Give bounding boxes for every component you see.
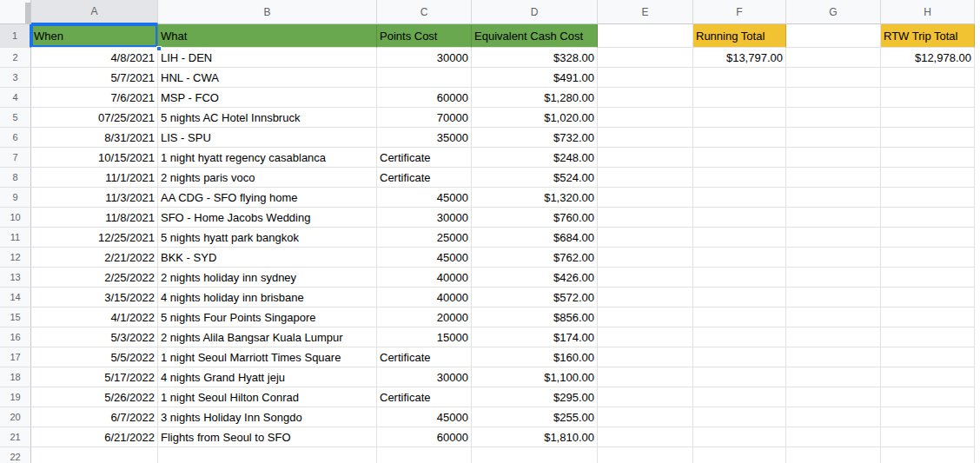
row-header-15[interactable]: 15 (0, 308, 31, 327)
column-header-G[interactable]: G (786, 0, 881, 24)
cell-B5[interactable]: 5 nights AC Hotel Innsbruck (158, 108, 377, 128)
cell-B17[interactable]: 1 night Seoul Marriott Times Square (158, 347, 377, 367)
row-header-22[interactable]: 22 (0, 447, 31, 463)
cell-A11[interactable]: 12/25/2021 (31, 228, 158, 248)
cell-G15[interactable] (786, 308, 881, 327)
cell-H15[interactable] (881, 308, 975, 327)
cell-H9[interactable] (881, 188, 975, 208)
cell-E17[interactable] (598, 347, 693, 367)
cell-A20[interactable]: 6/7/2022 (31, 407, 158, 427)
cell-G12[interactable] (786, 248, 881, 268)
cell-F1[interactable]: Running Total (693, 24, 786, 48)
cell-B8[interactable]: 2 nights paris voco (158, 168, 377, 188)
cell-H10[interactable] (881, 208, 975, 228)
cell-D21[interactable]: $1,810.00 (472, 427, 598, 447)
cell-A7[interactable]: 10/15/2021 (31, 148, 158, 168)
cell-B6[interactable]: LIS - SPU (158, 128, 377, 148)
cell-E4[interactable] (598, 88, 693, 108)
cell-C13[interactable]: 40000 (377, 268, 472, 288)
cell-C16[interactable]: 15000 (377, 327, 472, 347)
cell-E13[interactable] (598, 268, 693, 288)
cell-G20[interactable] (786, 407, 881, 427)
cell-G13[interactable] (786, 268, 881, 288)
cell-H13[interactable] (881, 268, 975, 288)
cell-G9[interactable] (786, 188, 881, 208)
row-header-9[interactable]: 9 (0, 188, 31, 208)
cell-H19[interactable] (881, 387, 975, 407)
cell-F21[interactable] (693, 427, 786, 447)
cell-G2[interactable] (786, 48, 881, 68)
row-header-21[interactable]: 21 (0, 427, 31, 447)
row-header-1[interactable]: 1 (0, 24, 31, 48)
cell-H20[interactable] (881, 407, 975, 427)
row-header-11[interactable]: 11 (0, 228, 31, 248)
cell-H22[interactable] (881, 447, 975, 463)
column-header-H[interactable]: H (881, 0, 975, 24)
select-all-corner[interactable] (0, 0, 31, 24)
cell-D1[interactable]: Equivalent Cash Cost (472, 24, 598, 48)
cell-B2[interactable]: LIH - DEN (158, 48, 377, 68)
cell-C21[interactable]: 60000 (377, 427, 472, 447)
cell-H5[interactable] (881, 108, 975, 128)
cell-C8[interactable]: Certificate (377, 168, 472, 188)
fill-handle[interactable] (156, 46, 162, 51)
cell-F11[interactable] (693, 228, 786, 248)
cell-C7[interactable]: Certificate (377, 148, 472, 168)
row-header-13[interactable]: 13 (0, 268, 31, 288)
row-header-18[interactable]: 18 (0, 367, 31, 387)
cell-F3[interactable] (693, 68, 786, 88)
cell-C3[interactable] (377, 68, 472, 88)
cell-B16[interactable]: 2 nights Alila Bangsar Kuala Lumpur (158, 327, 377, 347)
column-header-C[interactable]: C (377, 0, 472, 24)
cell-D2[interactable]: $328.00 (472, 48, 598, 68)
row-header-8[interactable]: 8 (0, 168, 31, 188)
cell-E2[interactable] (598, 48, 693, 68)
cell-B21[interactable]: Flights from Seoul to SFO (158, 427, 377, 447)
cell-G6[interactable] (786, 128, 881, 148)
cell-D8[interactable]: $524.00 (472, 168, 598, 188)
cell-E21[interactable] (598, 427, 693, 447)
row-header-10[interactable]: 10 (0, 208, 31, 228)
cell-D19[interactable]: $295.00 (472, 387, 598, 407)
cell-F8[interactable] (693, 168, 786, 188)
cell-G4[interactable] (786, 88, 881, 108)
cell-E6[interactable] (598, 128, 693, 148)
cell-B1[interactable]: What (158, 24, 377, 48)
cell-G10[interactable] (786, 208, 881, 228)
cell-D3[interactable]: $491.00 (472, 68, 598, 88)
cell-G16[interactable] (786, 327, 881, 347)
cell-B4[interactable]: MSP - FCO (158, 88, 377, 108)
cell-D5[interactable]: $1,020.00 (472, 108, 598, 128)
cell-C5[interactable]: 70000 (377, 108, 472, 128)
cell-A6[interactable]: 8/31/2021 (31, 128, 158, 148)
row-header-5[interactable]: 5 (0, 108, 31, 128)
cell-A21[interactable]: 6/21/2022 (31, 427, 158, 447)
cell-G5[interactable] (786, 108, 881, 128)
cell-H7[interactable] (881, 148, 975, 168)
cell-B20[interactable]: 3 nights Holiday Inn Songdo (158, 407, 377, 427)
cell-C6[interactable]: 35000 (377, 128, 472, 148)
cell-C10[interactable]: 30000 (377, 208, 472, 228)
cell-F13[interactable] (693, 268, 786, 288)
row-header-19[interactable]: 19 (0, 387, 31, 407)
cell-A3[interactable]: 5/7/2021 (31, 68, 158, 88)
cell-C9[interactable]: 45000 (377, 188, 472, 208)
cell-G3[interactable] (786, 68, 881, 88)
cell-E10[interactable] (598, 208, 693, 228)
cell-E15[interactable] (598, 308, 693, 327)
cell-G8[interactable] (786, 168, 881, 188)
cell-H14[interactable] (881, 288, 975, 308)
cell-A15[interactable]: 4/1/2022 (31, 308, 158, 327)
cell-A22[interactable] (31, 447, 158, 463)
cell-A9[interactable]: 11/3/2021 (31, 188, 158, 208)
cell-C15[interactable]: 20000 (377, 308, 472, 327)
cell-H17[interactable] (881, 347, 975, 367)
cell-B10[interactable]: SFO - Home Jacobs Wedding (158, 208, 377, 228)
row-header-7[interactable]: 7 (0, 148, 31, 168)
cell-D17[interactable]: $160.00 (472, 347, 598, 367)
cell-C4[interactable]: 60000 (377, 88, 472, 108)
cell-E12[interactable] (598, 248, 693, 268)
cell-F17[interactable] (693, 347, 786, 367)
cell-B3[interactable]: HNL - CWA (158, 68, 377, 88)
cell-C20[interactable]: 45000 (377, 407, 472, 427)
